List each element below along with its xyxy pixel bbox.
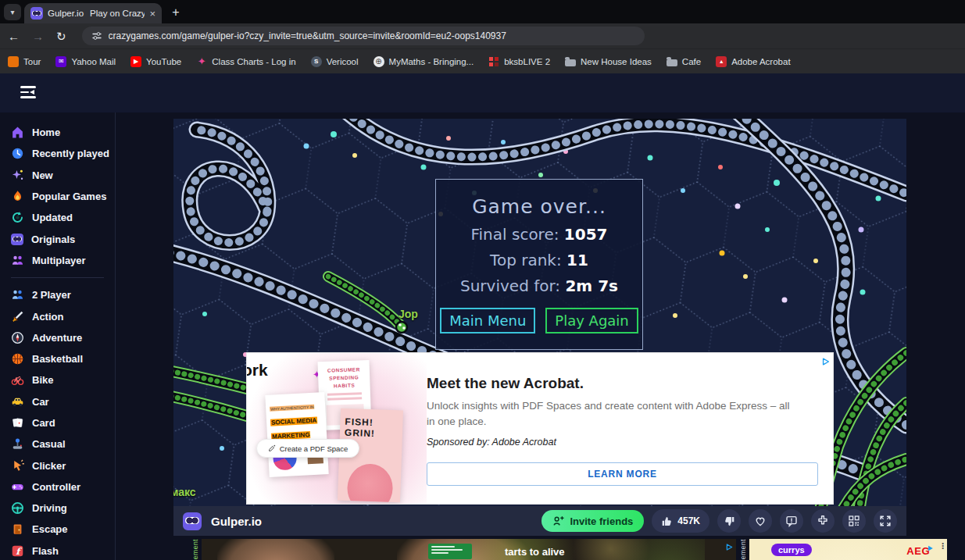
bookmarks-bar: Tour ✉Yahoo Mail ▶YouTube ✦Class Charts … [0,48,965,73]
advertisement-label: Advertisement [739,539,748,560]
sidebar-item-card[interactable]: Card [0,412,115,433]
sidebar-item-basketball[interactable]: Basketball [0,348,115,369]
steering-wheel-icon [11,501,24,515]
sidebar-item-multiplayer[interactable]: Multiplayer [0,250,115,271]
adchoices-icon[interactable] [927,541,935,555]
basketball-icon [11,352,24,366]
url-bar[interactable]: crazygames.com/game/gulper-io?czy_invite… [82,27,645,45]
bookmark-mymaths[interactable]: ⊕MyMaths - Bringing... [373,56,474,67]
adobe-acrobat-icon: ▲ [716,56,727,67]
game-canvas[interactable]: Jop макс Game over... Final score: 1057 … [173,119,906,506]
final-score-row: Final score: 1057 [436,225,642,244]
tab-title-game: Gulper.io [48,9,84,18]
bottom-left-ad[interactable]: tarts to alive [202,539,736,560]
in-game-ad[interactable]: ork ✦ ✦ CONSUMER SPENDING HABITS WHY AUT… [247,353,833,504]
crazygames-favicon [30,7,43,20]
flash-icon: f [11,544,24,558]
sidebar-item-driving[interactable]: Driving [0,498,115,519]
url-text[interactable]: crazygames.com/game/gulper-io?czy_invite… [109,30,506,41]
bookmark-bksblive[interactable]: bksbLIVE 2 [488,56,550,67]
controls-button[interactable] [811,509,835,533]
sidebar-item-updated[interactable]: Updated [0,207,115,228]
sidebar-item-car[interactable]: Car [0,391,115,412]
report-bubble-icon [785,515,798,527]
ad-menu-icon[interactable]: ••• [942,542,944,549]
adchoices-icon[interactable] [821,355,831,369]
pdf-space-icon [268,444,276,452]
sidebar-item-home[interactable]: Home [0,122,115,143]
sidebar-item-bike[interactable]: Bike [0,369,115,391]
tab-title: Gulper.io Play on CrazyGam [48,9,145,18]
bookmark-youtube[interactable]: ▶YouTube [130,56,181,67]
adchoices-icon[interactable] [725,540,734,555]
sidebar-item-popular[interactable]: Popular Games [0,186,115,207]
back-button[interactable]: ← [8,30,20,42]
top-rank-row: Top rank: 11 [436,251,642,269]
page-body: Home Recently played New Popular Games U… [0,112,965,560]
ad-product-card [428,544,472,559]
sidebar-item-flash[interactable]: fFlash [0,540,115,560]
sidebar-toggle-icon[interactable] [20,86,36,98]
invite-friends-button[interactable]: Invite friends [541,510,644,532]
new-tab-button[interactable]: + [167,4,184,21]
site-settings-icon[interactable] [91,30,102,41]
sidebar-item-new[interactable]: New [0,165,115,186]
fullscreen-button[interactable] [874,509,897,533]
tab-close-icon[interactable]: × [149,9,155,19]
sidebar-item-clicker[interactable]: Clicker [0,455,115,476]
reload-button[interactable]: ↻ [56,30,66,42]
fullscreen-icon [879,515,892,527]
player-name-label: Jop [399,308,418,320]
browser-tab-gulper[interactable]: Gulper.io Play on CrazyGam × [24,3,162,23]
dislike-button[interactable] [717,509,741,533]
bksb-icon [488,56,499,67]
bookmark-class-charts[interactable]: ✦Class Charts - Log in [196,56,295,67]
report-button[interactable] [780,509,803,533]
sword-icon [11,310,24,323]
class-charts-icon: ✦ [196,56,207,67]
ad-photo [217,539,334,560]
browser-tab-strip: ▾ Gulper.io Play on CrazyGam × + [0,0,965,23]
door-icon [11,523,24,536]
originals-icon [11,234,23,245]
people-icon [11,254,24,267]
forward-button[interactable]: → [32,30,44,42]
bookmark-folder-new-house-ideas[interactable]: New House Ideas [565,57,652,66]
qr-code-button[interactable] [842,509,866,533]
ad-sponsored-by: Sponsored by: Adobe Acrobat [427,437,556,448]
create-pdf-space-button[interactable]: Create a PDF Space [256,439,359,458]
car-icon [11,395,24,408]
play-again-button[interactable]: Play Again [545,308,638,334]
player-name-label: макс [173,486,196,498]
favorite-button[interactable] [749,509,772,533]
two-player-icon [11,288,24,301]
game-over-title: Game over... [436,195,642,218]
bookmark-adobe-acrobat[interactable]: ▲Adobe Acrobat [716,56,790,67]
refresh-icon [11,211,24,224]
bookmark-yahoo-mail[interactable]: ✉Yahoo Mail [55,56,116,67]
tab-search-button[interactable]: ▾ [4,4,21,20]
bookmark-tour[interactable]: Tour [8,56,41,67]
crazygames-cat-icon [183,512,202,530]
sidebar-item-controller[interactable]: Controller [0,476,115,498]
browser-toolbar: ← → ↻ crazygames.com/game/gulper-io?czy_… [0,23,965,48]
gamepad-icon [11,480,24,494]
cursor-icon [11,459,24,473]
sidebar-item-2-player[interactable]: 2 Player [0,284,115,305]
sidebar-item-action[interactable]: Action [0,305,115,326]
sidebar-item-originals[interactable]: Originals [0,228,115,249]
game-over-dialog: Game over... Final score: 1057 Top rank:… [435,179,643,350]
sidebar: Home Recently played New Popular Games U… [0,112,116,560]
sidebar-item-casual[interactable]: Casual [0,433,115,455]
globe-icon: ⊕ [373,56,384,67]
like-button[interactable]: 457K [652,509,709,533]
site-header: crazygames [0,73,965,112]
bottom-right-ad[interactable]: currys AEG ••• [749,539,947,560]
bookmark-folder-cafe[interactable]: Cafe [667,57,701,66]
main-menu-button[interactable]: Main Menu [440,308,535,334]
sidebar-item-recently-played[interactable]: Recently played [0,143,115,164]
sidebar-item-adventure[interactable]: Adventure [0,327,115,348]
bookmark-vericool[interactable]: SVericool [311,56,359,67]
sidebar-item-escape[interactable]: Escape [0,519,115,540]
learn-more-button[interactable]: LEARN MORE [427,462,818,486]
